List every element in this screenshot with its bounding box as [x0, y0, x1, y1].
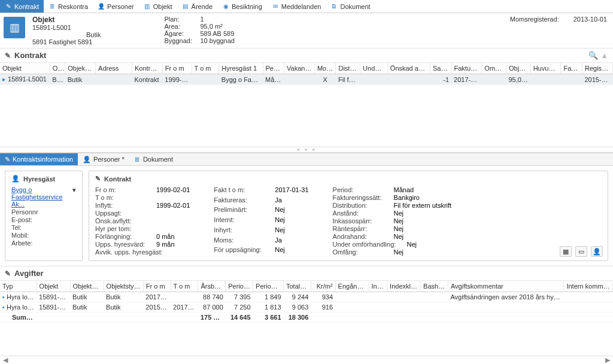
subtab-personer[interactable]: 👤Personer *	[78, 153, 129, 165]
col-tom[interactable]: T o m	[171, 281, 198, 292]
mobil-label: Mobil:	[11, 232, 29, 239]
val: Nej	[275, 246, 285, 256]
col-vakans[interactable]: Vakanstyp	[284, 63, 315, 74]
tab-label: Objekt	[153, 3, 172, 10]
col-index[interactable]: Index	[369, 281, 387, 292]
tab-label: Personer	[107, 3, 134, 10]
splitter-handle[interactable]: • • •	[0, 147, 613, 153]
lbl: Uppsagt:	[95, 210, 154, 217]
col-arsbel[interactable]: Årsbelopp	[198, 281, 226, 292]
tab-objekt[interactable]: ▥Objekt	[139, 0, 177, 13]
col-intern[interactable]: Intern kommentar	[564, 281, 613, 292]
tenant-name-link[interactable]: Bygg o Fastighetsservice Ak...	[11, 186, 70, 208]
cell: Månad	[263, 74, 284, 85]
col-tom[interactable]: T o m	[192, 63, 219, 74]
col-objekt[interactable]: Objekt	[37, 281, 70, 292]
col-krm2[interactable]: Kr/m²	[311, 281, 335, 292]
col-ogrupp[interactable]: Objektstypsgrupp	[104, 281, 143, 292]
col-fakt[interactable]: Fakturerat t ...	[451, 63, 482, 74]
cell	[387, 74, 430, 85]
cell: 15891-L5001	[8, 75, 47, 83]
cell	[360, 74, 388, 85]
table-row[interactable]: ▪ Hyra lokal15891-L5001ButikButik2017-09…	[0, 292, 613, 302]
col-under[interactable]: Under omf...	[360, 63, 388, 74]
cell	[96, 74, 132, 85]
form-button[interactable]: ▦	[560, 246, 572, 257]
col-huvud[interactable]: Huvudkontr...	[530, 63, 561, 74]
scroll-right-icon[interactable]: ▶	[603, 356, 612, 364]
col-obj2[interactable]: Obj...	[50, 63, 65, 74]
table-row[interactable]: ▪ Hyra lokal15891-L5001ButikButik2015-02…	[0, 302, 613, 313]
col-otype[interactable]: Objektstyps...	[65, 63, 96, 74]
search-icon[interactable]: 🔍	[588, 51, 598, 60]
col-moms[interactable]: Moms	[314, 63, 336, 74]
col-indexkl[interactable]: Indexklausul	[387, 281, 421, 292]
col-from[interactable]: Fr o m	[143, 281, 171, 292]
person-button[interactable]: 👤	[591, 246, 603, 257]
lbl: Upps. hyresvärd:	[95, 241, 154, 248]
tab-arende[interactable]: ▤Ärende	[177, 0, 217, 13]
col-bashyra[interactable]: Bashyra	[421, 281, 448, 292]
cell: 2015-03-09	[582, 74, 613, 85]
row-icon: ▪	[2, 293, 5, 301]
col-from[interactable]: Fr o m	[162, 63, 192, 74]
col-period[interactable]: Period	[263, 63, 284, 74]
card-button[interactable]: ▭	[575, 246, 587, 257]
mail-icon: ✉	[272, 3, 279, 10]
object-address: 5891 Fastighet 5891	[32, 38, 92, 46]
tab-personer[interactable]: 👤Personer	[93, 0, 139, 13]
tab-label: Reskontra	[58, 3, 88, 10]
scroll-left-icon[interactable]: ◀	[1, 356, 10, 364]
col-totalt[interactable]: Totalt peri...	[284, 281, 311, 292]
tab-kontrakt[interactable]: ✎Kontrakt	[0, 0, 44, 13]
col-hg1[interactable]: Hyresgäst 1	[219, 63, 263, 74]
col-ktyp[interactable]: Kontraktstyp	[132, 63, 163, 74]
collapse-icon[interactable]: ▲	[600, 51, 608, 60]
col-objekts[interactable]: Objekts...	[506, 63, 530, 74]
doc-icon: 🗎	[134, 156, 141, 163]
card-title: Hyresgäst	[23, 175, 55, 183]
detail-panels: 👤Hyresgäst Bygg o Fastighetsservice Ak..…	[0, 166, 613, 266]
col-otype[interactable]: Objektstyp	[70, 281, 104, 292]
tab-meddelanden[interactable]: ✉Meddelanden	[267, 0, 326, 13]
col-avgkom[interactable]: Avgiftskommentar	[448, 281, 563, 292]
object-header: ▥ Objekt 15891-L5001 Butik 5891 Fastighe…	[0, 13, 613, 48]
horizontal-scrollbar[interactable]: ◀ ▶	[0, 356, 613, 364]
col-periodbel[interactable]: Periodbel...	[226, 281, 253, 292]
col-dist[interactable]: Distribution	[336, 63, 360, 74]
val: Bankgiro	[394, 194, 420, 201]
col-faktu[interactable]: Faktu...	[561, 63, 582, 74]
subtab-kontraktsinfo[interactable]: ✎Kontraktsinformation	[0, 153, 78, 165]
tab-reskontra[interactable]: ≣Reskontra	[44, 0, 93, 13]
cell: Kontrakt	[132, 74, 163, 85]
lbl: Moms:	[214, 236, 272, 246]
owner-value: 589 AB 589	[200, 30, 234, 37]
col-reg[interactable]: Registrer...	[582, 63, 613, 74]
kontrakt-grid: Objekt Obj... Objektstyps... Adress Kont…	[0, 63, 613, 147]
table-row[interactable]: ▸ 15891-L5001 Butik Butik Kontrakt 1999-…	[0, 74, 613, 85]
val: Nej	[394, 217, 404, 225]
col-typ[interactable]: Typ	[0, 281, 37, 292]
val: 9 mån	[156, 241, 175, 248]
col-periodmoms[interactable]: Periodmoms	[253, 281, 284, 292]
vat-label: Momsregisterad:	[510, 16, 564, 46]
lbl: Internt:	[214, 216, 272, 226]
epost-label: E-post:	[11, 216, 32, 223]
tab-dokument[interactable]: 🗎Dokument	[326, 0, 375, 13]
col-saldo[interactable]: Saldo	[430, 63, 451, 74]
lbl: Distribution:	[333, 202, 392, 209]
lbl: Inflytt:	[95, 202, 154, 209]
area-value: 95,0 m²	[200, 23, 222, 30]
edit-icon: ✎	[5, 156, 10, 163]
table-sum-row: Summa175 74014 6453 66118 306	[0, 313, 613, 323]
col-omfang[interactable]: Omfång	[482, 63, 506, 74]
col-objekt[interactable]: Objekt	[0, 63, 50, 74]
val: Nej	[275, 216, 285, 226]
subtab-dokument[interactable]: 🗎Dokument	[129, 153, 178, 165]
personnr-label: Personnr	[11, 208, 38, 216]
tab-besiktning[interactable]: ◉Besiktning	[217, 0, 267, 13]
col-adress[interactable]: Adress	[96, 63, 132, 74]
col-engang[interactable]: Engångsbelo...	[335, 281, 369, 292]
col-onskad[interactable]: Önskad avflytt...	[387, 63, 430, 74]
chevron-down-icon[interactable]: ▾	[72, 186, 76, 208]
